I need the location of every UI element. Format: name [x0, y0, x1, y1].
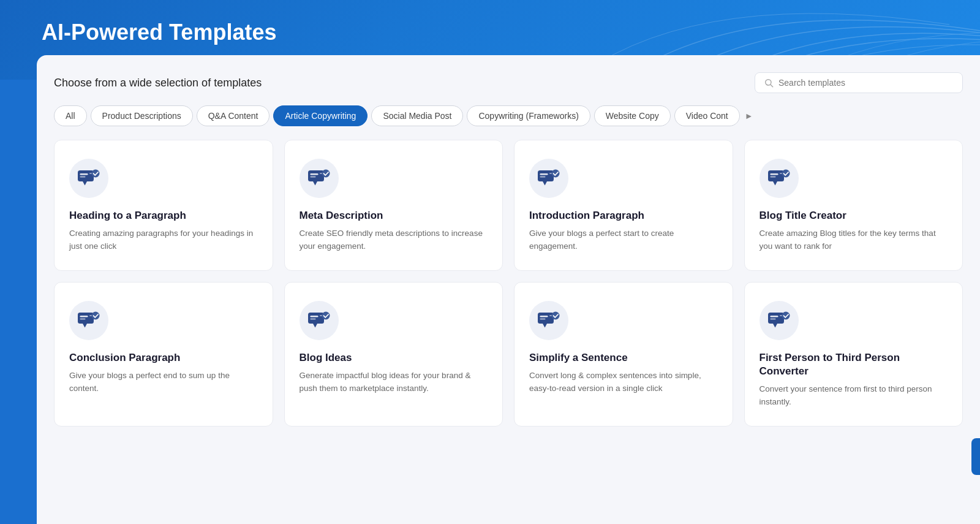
svg-rect-17 [768, 170, 784, 181]
card-title-first-third-person: First Person to Third Person Converter [760, 351, 948, 378]
template-icon [768, 169, 790, 188]
svg-rect-4 [80, 177, 86, 178]
svg-rect-22 [78, 313, 94, 324]
card-blog-ideas[interactable]: Blog Ideas Generate impactful blog ideas… [284, 282, 503, 427]
card-desc-simplify-sentence: Convert long & complex sentences into si… [529, 370, 718, 395]
svg-rect-28 [310, 316, 318, 317]
tab-all[interactable]: All [54, 105, 87, 126]
card-intro-paragraph[interactable]: Introduction Paragraph Give your blogs a… [514, 140, 733, 271]
card-desc-meta-description: Create SEO friendly meta descriptions to… [300, 227, 488, 253]
tab-social-media[interactable]: Social Media Post [371, 105, 463, 126]
card-icon-blog-title [760, 159, 799, 198]
card-icon-simplify-sentence [529, 301, 568, 340]
svg-rect-18 [770, 173, 778, 175]
search-box [755, 72, 963, 93]
card-title-meta-description: Meta Description [300, 209, 488, 222]
cards-row-2: Conclusion Paragraph Give your blogs a p… [54, 282, 963, 427]
card-desc-blog-title: Create amazing Blog titles for the key t… [760, 227, 948, 253]
tab-article-copy[interactable]: Article Copywriting [273, 105, 368, 126]
tab-video-cont[interactable]: Video Cont [674, 105, 740, 126]
card-icon-meta-description [300, 159, 339, 198]
svg-rect-12 [538, 170, 554, 181]
svg-rect-8 [310, 173, 318, 175]
svg-rect-24 [80, 318, 86, 319]
tab-copy-frameworks[interactable]: Copywriting (Frameworks) [467, 105, 590, 126]
template-icon [538, 169, 560, 188]
svg-rect-7 [308, 170, 324, 181]
card-icon-first-third-person [760, 301, 799, 340]
tab-qa-content[interactable]: Q&A Content [197, 105, 270, 126]
svg-rect-33 [540, 316, 548, 317]
svg-rect-3 [80, 173, 88, 175]
card-desc-blog-ideas: Generate impactful blog ideas for your b… [300, 370, 488, 395]
template-icon [308, 311, 330, 330]
svg-point-6 [92, 170, 100, 178]
svg-rect-14 [540, 177, 546, 178]
svg-rect-2 [78, 170, 94, 181]
template-icon [768, 311, 790, 330]
template-icon [308, 169, 330, 188]
card-icon-heading-paragraph [69, 159, 108, 198]
tab-website-copy[interactable]: Website Copy [594, 105, 671, 126]
card-meta-description[interactable]: Meta Description Create SEO friendly met… [284, 140, 503, 271]
template-icon [538, 311, 560, 330]
svg-point-31 [322, 311, 330, 319]
card-simplify-sentence[interactable]: Simplify a Sentence Convert long & compl… [514, 282, 733, 427]
card-desc-heading-paragraph: Creating amazing paragraphs for your hea… [69, 227, 258, 253]
scrollbar[interactable] [971, 438, 980, 475]
card-title-blog-title: Blog Title Creator [760, 209, 948, 222]
template-icon [78, 311, 100, 330]
card-desc-first-third-person: Convert your sentence from first to thir… [760, 383, 948, 409]
tabs-row: AllProduct DescriptionsQ&A ContentArticl… [54, 105, 963, 126]
tab-product-desc[interactable]: Product Descriptions [91, 105, 193, 126]
card-title-intro-paragraph: Introduction Paragraph [529, 209, 718, 222]
main-panel: Choose from a wide selection of template… [37, 55, 980, 524]
svg-rect-38 [770, 316, 778, 317]
search-icon [764, 78, 774, 88]
svg-point-11 [322, 170, 330, 178]
search-input[interactable] [778, 78, 954, 88]
card-title-simplify-sentence: Simplify a Sentence [529, 351, 718, 365]
template-icon [78, 169, 100, 188]
svg-rect-23 [80, 316, 88, 317]
tabs-next-arrow[interactable]: ► [745, 111, 753, 121]
card-title-blog-ideas: Blog Ideas [300, 351, 488, 365]
card-title-heading-paragraph: Heading to a Paragraph [69, 209, 258, 222]
card-desc-conclusion-paragraph: Give your blogs a perfect end to sum up … [69, 370, 258, 395]
svg-rect-13 [540, 173, 548, 175]
card-icon-blog-ideas [300, 301, 339, 340]
svg-rect-32 [538, 313, 554, 324]
card-desc-intro-paragraph: Give your blogs a perfect start to creat… [529, 227, 718, 253]
svg-rect-29 [310, 318, 315, 319]
svg-rect-19 [770, 177, 775, 178]
svg-point-41 [782, 311, 790, 319]
svg-rect-9 [310, 177, 315, 178]
panel-header: Choose from a wide selection of template… [54, 72, 963, 93]
svg-point-36 [552, 311, 560, 319]
card-icon-intro-paragraph [529, 159, 568, 198]
svg-rect-39 [770, 318, 775, 319]
svg-rect-34 [540, 318, 546, 319]
svg-point-26 [92, 311, 100, 319]
card-icon-conclusion-paragraph [69, 301, 108, 340]
svg-rect-37 [768, 313, 784, 324]
card-blog-title[interactable]: Blog Title Creator Create amazing Blog t… [744, 140, 963, 271]
card-title-conclusion-paragraph: Conclusion Paragraph [69, 351, 258, 365]
svg-rect-27 [308, 313, 324, 324]
svg-line-1 [771, 85, 773, 87]
svg-point-16 [552, 170, 560, 178]
card-heading-paragraph[interactable]: Heading to a Paragraph Creating amazing … [54, 140, 273, 271]
card-first-third-person[interactable]: First Person to Third Person Converter C… [744, 282, 963, 427]
svg-point-21 [782, 170, 790, 178]
page-title: AI-Powered Templates [42, 20, 276, 45]
panel-subtitle: Choose from a wide selection of template… [54, 77, 262, 89]
card-conclusion-paragraph[interactable]: Conclusion Paragraph Give your blogs a p… [54, 282, 273, 427]
cards-row-1: Heading to a Paragraph Creating amazing … [54, 140, 963, 271]
